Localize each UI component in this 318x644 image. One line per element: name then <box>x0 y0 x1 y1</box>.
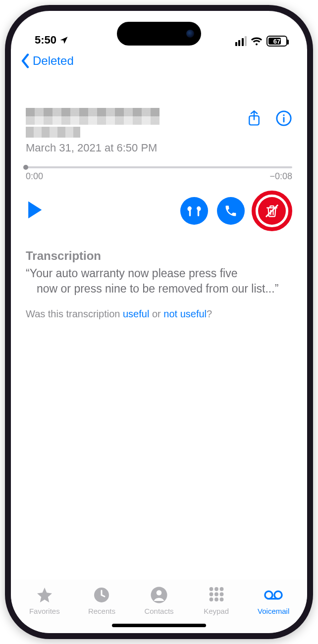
info-icon <box>275 110 292 127</box>
voicemail-header-actions <box>246 108 292 129</box>
chevron-left-icon <box>20 53 31 68</box>
star-icon <box>35 586 54 604</box>
voicemail-content: March 31, 2021 at 6:50 PM <box>11 70 307 580</box>
svg-point-14 <box>214 593 218 596</box>
tab-keypad[interactable]: Keypad <box>188 586 245 615</box>
battery-icon: 67 <box>266 36 287 47</box>
keypad-icon <box>207 586 226 604</box>
transcription-section: Transcription “Your auto warranty now pl… <box>26 249 292 320</box>
info-button[interactable] <box>275 110 292 129</box>
svg-point-2 <box>283 114 284 116</box>
phone-icon <box>224 204 238 218</box>
transcription-line1: “Your auto warranty now please press fiv… <box>26 267 237 280</box>
airpods-icon <box>186 204 203 217</box>
home-indicator[interactable] <box>112 624 206 627</box>
share-icon <box>246 110 263 127</box>
play-button[interactable] <box>26 200 44 222</box>
tab-label: Keypad <box>204 607 229 615</box>
audio-route-button[interactable] <box>180 197 208 225</box>
playback-controls <box>26 191 292 231</box>
delete-button-highlight <box>252 191 292 231</box>
svg-point-11 <box>214 587 218 591</box>
caller-name-redacted <box>26 108 159 125</box>
wifi-icon <box>251 36 263 46</box>
play-icon <box>26 200 44 220</box>
caller-block: March 31, 2021 at 6:50 PM <box>26 108 246 154</box>
tab-label: Favorites <box>29 607 60 615</box>
back-label: Deleted <box>33 54 74 68</box>
screen: 5:50 67 Deleted <box>11 11 307 633</box>
tab-label: Contacts <box>144 607 173 615</box>
transcription-feedback: Was this transcription useful or not use… <box>26 308 292 320</box>
svg-point-19 <box>265 591 272 598</box>
svg-point-18 <box>219 597 223 601</box>
iphone-device-frame: 5:50 67 Deleted <box>5 5 313 639</box>
transcription-line2: now or press nine to be removed from our… <box>26 281 292 297</box>
nav-bar: Deleted <box>11 50 307 70</box>
svg-point-15 <box>219 593 223 596</box>
svg-point-16 <box>209 597 213 601</box>
status-left: 5:50 <box>35 34 68 47</box>
status-right: 67 <box>235 36 288 47</box>
share-button[interactable] <box>246 110 263 129</box>
camera-lens <box>186 30 194 38</box>
battery-pct: 67 <box>273 38 280 45</box>
useful-link[interactable]: useful <box>123 308 149 319</box>
feedback-prefix: Was this transcription <box>26 308 123 319</box>
elapsed-time: 0:00 <box>26 171 43 182</box>
clock-icon <box>92 586 111 604</box>
cellular-icon <box>235 36 247 46</box>
status-time: 5:50 <box>35 34 56 47</box>
playback-track[interactable] <box>26 166 292 168</box>
feedback-or: or <box>149 308 163 319</box>
remaining-time: −0:08 <box>269 171 292 182</box>
feedback-q: ? <box>207 308 212 319</box>
voicemail-timestamp: March 31, 2021 at 6:50 PM <box>26 142 246 154</box>
delete-button[interactable] <box>258 197 286 225</box>
caller-subline-redacted <box>26 127 80 138</box>
svg-point-10 <box>209 587 213 591</box>
dynamic-island <box>117 22 201 46</box>
voicemail-icon <box>264 586 283 604</box>
trash-slash-icon <box>265 203 279 218</box>
transcription-title: Transcription <box>26 249 292 263</box>
playback-thumb[interactable] <box>23 165 28 170</box>
tab-contacts[interactable]: Contacts <box>130 586 188 615</box>
transcription-body: “Your auto warranty now please press fiv… <box>26 266 292 297</box>
call-back-button[interactable] <box>217 197 245 225</box>
voicemail-header: March 31, 2021 at 6:50 PM <box>26 108 292 154</box>
svg-point-13 <box>209 593 213 596</box>
tab-favorites[interactable]: Favorites <box>16 586 73 615</box>
svg-point-12 <box>219 587 223 591</box>
svg-point-17 <box>214 597 218 601</box>
svg-point-20 <box>274 591 282 598</box>
person-circle-icon <box>150 586 168 604</box>
tab-voicemail[interactable]: Voicemail <box>245 586 302 615</box>
location-icon <box>59 36 68 45</box>
tab-label: Voicemail <box>258 607 289 615</box>
tab-label: Recents <box>88 607 115 615</box>
tab-recents[interactable]: Recents <box>73 586 131 615</box>
not-useful-link[interactable]: not useful <box>163 308 207 319</box>
back-button[interactable]: Deleted <box>20 53 74 68</box>
svg-point-9 <box>157 590 162 595</box>
playback-times: 0:00 −0:08 <box>26 171 292 182</box>
